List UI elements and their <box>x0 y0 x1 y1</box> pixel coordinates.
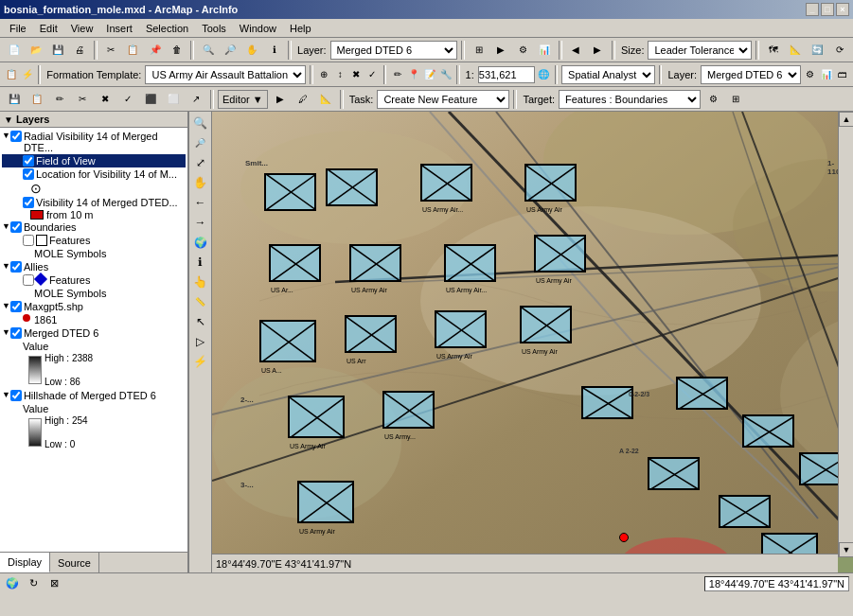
map-select-btn[interactable]: 👆 <box>191 273 210 291</box>
map-fullext-btn[interactable]: ⤢ <box>191 153 210 172</box>
btn2-11[interactable]: 🌐 <box>537 64 551 85</box>
map-area[interactable]: 🔍 🔎 ⤢ ✋ ← → 🌍 ℹ 👆 📏 ↖ ▷ ⚡ <box>189 112 853 572</box>
minimize-button[interactable]: _ <box>806 3 819 16</box>
btn3-10[interactable]: ▶ <box>270 89 291 110</box>
scroll-up-btn[interactable]: ▲ <box>839 112 853 127</box>
btn2-12[interactable]: ⚙ <box>803 64 817 85</box>
spatial-analyst-select[interactable]: Spatial Analyst <box>561 65 655 84</box>
btn3-13[interactable]: ⚙ <box>702 89 723 110</box>
toc-item-location[interactable]: Location for Visibility 14 of M... <box>2 167 186 181</box>
tool13[interactable]: 🔄 <box>808 40 827 61</box>
map-back-btn[interactable]: ← <box>191 193 210 212</box>
map-cursor-btn[interactable]: ↖ <box>191 312 210 331</box>
size-select[interactable]: Leader Tolerance <box>648 41 752 60</box>
target-select[interactable]: Features : Boundaries <box>559 90 701 109</box>
btn2-10[interactable]: 🔧 <box>438 64 453 85</box>
toc-item-features1[interactable]: Features <box>2 234 186 247</box>
tool5[interactable]: ⊞ <box>469 40 489 61</box>
menu-edit[interactable]: Edit <box>34 21 63 36</box>
editor-dropdown[interactable]: Editor ▼ <box>218 90 268 109</box>
btn3-12[interactable]: 📐 <box>315 89 336 110</box>
toc-item-mole2[interactable]: MOLE Symbols <box>2 287 186 300</box>
btn2-13[interactable]: 📊 <box>819 64 833 85</box>
toc-item-maxgpt[interactable]: ▼ Maxgpt5.shp <box>2 300 186 313</box>
layer-select[interactable]: Merged DTED 6 <box>330 41 458 60</box>
print-button[interactable]: 🖨 <box>70 40 90 61</box>
pan-button[interactable]: ✋ <box>242 40 262 61</box>
map-lightning-btn[interactable]: ⚡ <box>191 352 210 371</box>
cut-button[interactable]: ✂ <box>101 40 121 61</box>
toc-item-allies[interactable]: ▼ Allies <box>2 260 186 273</box>
status-stop-btn[interactable]: ⊠ <box>45 575 62 592</box>
btn3-6[interactable]: ✓ <box>117 89 138 110</box>
map-pan-btn[interactable]: ✋ <box>191 173 210 192</box>
paste-button[interactable]: 📌 <box>145 40 165 61</box>
window-controls[interactable]: _ □ × <box>806 3 849 16</box>
btn3-1[interactable]: 💾 <box>4 89 25 110</box>
maximize-button[interactable]: □ <box>821 3 834 16</box>
btn2-1[interactable]: 📋 <box>4 64 18 85</box>
tool10[interactable]: ▶ <box>588 40 608 61</box>
toc-check-location[interactable] <box>23 168 34 180</box>
toc-item-mole1[interactable]: MOLE Symbols <box>2 247 186 260</box>
toc-check-fov[interactable] <box>23 155 34 167</box>
identify-button[interactable]: ℹ <box>264 40 284 61</box>
btn3-9[interactable]: ↗ <box>186 89 206 110</box>
toc-check-allies[interactable] <box>10 261 22 273</box>
toc-item-boundaries[interactable]: ▼ Boundaries <box>2 220 186 234</box>
toc-check-merged-dted[interactable] <box>10 327 22 339</box>
map-zoom-in-btn[interactable]: 🔍 <box>191 114 210 132</box>
btn2-4[interactable]: ↕ <box>333 64 347 85</box>
menu-selection[interactable]: Selection <box>140 21 194 36</box>
tool7[interactable]: ⚙ <box>512 40 532 61</box>
btn2-6[interactable]: ✓ <box>365 64 380 85</box>
btn3-5[interactable]: ✖ <box>95 89 116 110</box>
toc-check-radial[interactable] <box>10 131 22 142</box>
status-refresh-btn[interactable]: ↻ <box>25 575 42 592</box>
toc-check-features1[interactable] <box>23 235 34 246</box>
scroll-down-btn[interactable]: ▼ <box>839 542 853 557</box>
open-button[interactable]: 📂 <box>26 40 45 61</box>
formation-select[interactable]: US Army Air Assault Battalion <box>145 65 306 84</box>
toc-item-merged-dted[interactable]: ▼ Merged DTED 6 <box>2 326 186 340</box>
scale-input[interactable] <box>478 66 535 83</box>
btn3-4[interactable]: ✂ <box>72 89 93 110</box>
btn3-8[interactable]: ⬜ <box>163 89 184 110</box>
tool8[interactable]: 📊 <box>535 40 555 61</box>
toc-tab-display[interactable]: Display <box>0 553 50 572</box>
menu-view[interactable]: View <box>65 21 99 36</box>
new-button[interactable]: 📄 <box>4 40 24 61</box>
tool11[interactable]: 🗺 <box>763 40 783 61</box>
map-zoom-out-btn[interactable]: 🔎 <box>191 133 210 152</box>
btn3-11[interactable]: 🖊 <box>293 89 313 110</box>
toc-check-features2[interactable] <box>23 274 34 286</box>
toc-tab-source[interactable]: Source <box>50 553 99 572</box>
copy-button[interactable]: 📋 <box>123 40 143 61</box>
tool9[interactable]: ◀ <box>566 40 586 61</box>
btn2-9[interactable]: 📝 <box>422 64 436 85</box>
menu-tools[interactable]: Tools <box>196 21 232 36</box>
btn3-3[interactable]: ✏ <box>49 89 70 110</box>
btn3-7[interactable]: ⬛ <box>140 89 161 110</box>
btn2-3[interactable]: ⊕ <box>317 64 331 85</box>
toc-item-features2[interactable]: Features <box>2 273 186 287</box>
map-pointer-btn[interactable]: ▷ <box>191 332 210 351</box>
status-globe-btn[interactable]: 🌍 <box>4 575 21 592</box>
map-globe-btn[interactable]: 🌍 <box>191 233 210 252</box>
map-fwd-btn[interactable]: → <box>191 213 210 232</box>
toc-check-visibility[interactable] <box>23 197 34 208</box>
menu-window[interactable]: Window <box>234 21 282 36</box>
tool12[interactable]: 📐 <box>786 40 806 61</box>
btn2-2[interactable]: ⚡ <box>20 64 34 85</box>
close-button[interactable]: × <box>836 3 849 16</box>
btn2-5[interactable]: ✖ <box>349 64 364 85</box>
toc-item-fov[interactable]: Field of View <box>2 154 186 167</box>
delete-button[interactable]: 🗑 <box>167 40 187 61</box>
toc-item-hillshade[interactable]: ▼ Hillshade of Merged DTED 6 <box>2 389 186 402</box>
toc-check-hillshade[interactable] <box>10 390 22 401</box>
toc-item-visibility[interactable]: Visibility 14 of Merged DTED... <box>2 196 186 209</box>
map-measure-btn[interactable]: 📏 <box>191 292 210 311</box>
save-button[interactable]: 💾 <box>47 40 67 61</box>
btn2-7[interactable]: ✏ <box>390 64 404 85</box>
tool6[interactable]: ▶ <box>490 40 510 61</box>
